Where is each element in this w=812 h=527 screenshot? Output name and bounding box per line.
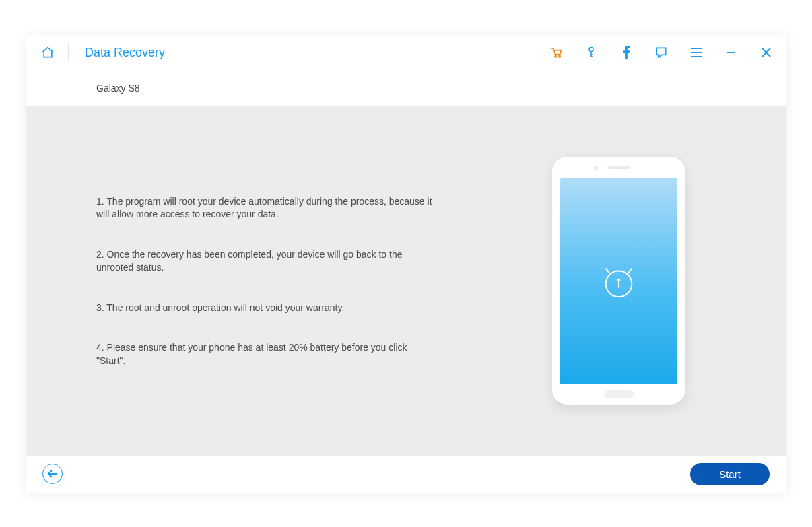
instruction-step-3: 3. The root and unroot operation will no… — [96, 302, 433, 315]
subheader: Galaxy S8 — [26, 71, 786, 106]
cart-icon — [549, 46, 563, 59]
key-button[interactable] — [584, 45, 599, 60]
home-icon — [41, 46, 55, 59]
svg-point-2 — [589, 48, 593, 52]
menu-icon — [690, 47, 702, 58]
svg-point-13 — [618, 279, 620, 281]
phone-home-button — [604, 390, 634, 398]
instruction-step-1: 1. The program will root your device aut… — [96, 195, 433, 221]
device-name: Galaxy S8 — [96, 83, 140, 94]
facebook-icon — [622, 46, 630, 59]
cart-button[interactable] — [549, 45, 564, 60]
close-icon — [761, 47, 772, 58]
titlebar-actions — [549, 45, 779, 60]
phone-mockup — [552, 157, 685, 405]
phone-screen — [560, 178, 677, 384]
back-arrow-icon — [47, 469, 58, 479]
facebook-button[interactable] — [619, 45, 634, 60]
svg-line-11 — [628, 268, 632, 273]
home-button[interactable] — [38, 43, 57, 62]
feedback-button[interactable] — [654, 45, 669, 60]
comment-icon — [654, 46, 668, 59]
titlebar: Data Recovery — [26, 35, 786, 71]
svg-point-1 — [559, 56, 561, 58]
start-button[interactable]: Start — [690, 463, 770, 485]
phone-camera-dot — [594, 166, 598, 170]
back-button[interactable] — [42, 464, 63, 484]
instruction-step-2: 2. Once the recovery has been completed,… — [96, 248, 433, 275]
phone-illustration-column — [498, 106, 780, 455]
content-area: 1. The program will root your device aut… — [26, 106, 786, 455]
instruction-step-4: 4. Please ensure that your phone has at … — [96, 341, 433, 367]
menu-button[interactable] — [689, 45, 704, 60]
close-button[interactable] — [759, 45, 774, 60]
divider — [68, 44, 69, 61]
svg-line-10 — [606, 268, 610, 273]
app-window: Data Recovery — [26, 35, 786, 493]
instructions-column: 1. The program will root your device aut… — [26, 106, 498, 455]
svg-point-0 — [555, 56, 557, 58]
app-title: Data Recovery — [85, 46, 165, 60]
android-icon — [599, 262, 638, 301]
minimize-button[interactable] — [724, 45, 739, 60]
footer: Start — [26, 455, 786, 493]
key-icon — [585, 46, 597, 59]
minimize-icon — [726, 47, 737, 58]
